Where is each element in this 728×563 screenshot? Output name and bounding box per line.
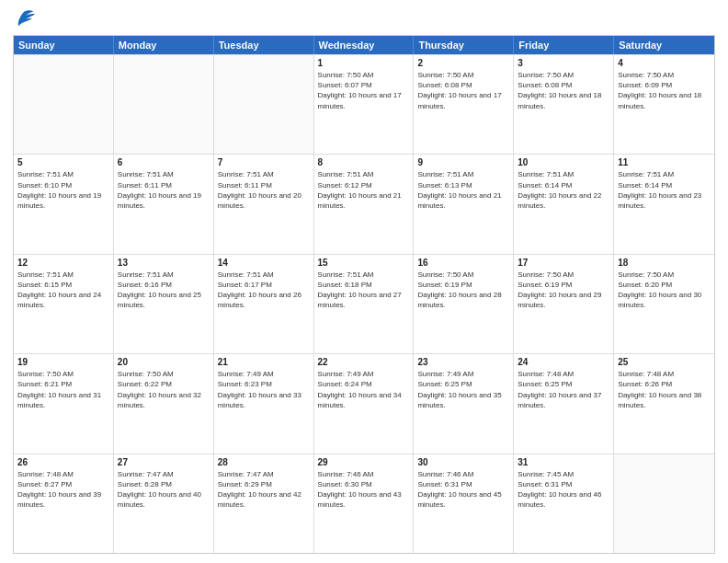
- day-number: 25: [618, 357, 711, 367]
- day-info: Sunrise: 7:50 AM Sunset: 6:07 PM Dayligh…: [318, 70, 410, 111]
- day-number: 3: [518, 58, 609, 68]
- day-info: Sunrise: 7:51 AM Sunset: 6:18 PM Dayligh…: [318, 270, 410, 311]
- day-info: Sunrise: 7:48 AM Sunset: 6:27 PM Dayligh…: [17, 469, 109, 511]
- calendar-cell: 1Sunrise: 7:50 AM Sunset: 6:07 PM Daylig…: [314, 55, 415, 154]
- calendar-cell: 15Sunrise: 7:51 AM Sunset: 6:18 PM Dayli…: [314, 255, 415, 353]
- day-number: 8: [318, 157, 410, 167]
- calendar-header-row: SundayMondayTuesdayWednesdayThursdayFrid…: [14, 36, 714, 54]
- calendar-header-cell: Tuesday: [214, 36, 314, 54]
- day-info: Sunrise: 7:50 AM Sunset: 6:19 PM Dayligh…: [417, 270, 509, 311]
- calendar-cell: 24Sunrise: 7:48 AM Sunset: 6:25 PM Dayli…: [514, 354, 614, 453]
- day-info: Sunrise: 7:50 AM Sunset: 6:22 PM Dayligh…: [118, 369, 210, 410]
- day-info: Sunrise: 7:50 AM Sunset: 6:19 PM Dayligh…: [518, 270, 609, 311]
- day-number: 12: [17, 258, 109, 268]
- calendar-week-row: 12Sunrise: 7:51 AM Sunset: 6:15 PM Dayli…: [14, 254, 714, 353]
- day-info: Sunrise: 7:50 AM Sunset: 6:08 PM Dayligh…: [518, 70, 609, 111]
- day-info: Sunrise: 7:48 AM Sunset: 6:26 PM Dayligh…: [618, 369, 711, 410]
- day-info: Sunrise: 7:49 AM Sunset: 6:24 PM Dayligh…: [318, 369, 410, 410]
- logo-bird-icon: [13, 9, 35, 29]
- day-number: 7: [218, 157, 310, 167]
- calendar: SundayMondayTuesdayWednesdayThursdayFrid…: [13, 35, 715, 554]
- calendar-cell: 29Sunrise: 7:46 AM Sunset: 6:30 PM Dayli…: [314, 454, 415, 553]
- day-number: 6: [118, 157, 210, 167]
- calendar-cell: 12Sunrise: 7:51 AM Sunset: 6:15 PM Dayli…: [14, 255, 114, 353]
- calendar-cell: 19Sunrise: 7:50 AM Sunset: 6:21 PM Dayli…: [14, 354, 114, 453]
- calendar-body: 1Sunrise: 7:50 AM Sunset: 6:07 PM Daylig…: [14, 54, 714, 553]
- day-info: Sunrise: 7:51 AM Sunset: 6:10 PM Dayligh…: [17, 169, 109, 211]
- calendar-cell: 31Sunrise: 7:45 AM Sunset: 6:31 PM Dayli…: [514, 454, 614, 553]
- calendar-cell: [214, 55, 314, 154]
- calendar-cell: 6Sunrise: 7:51 AM Sunset: 6:11 PM Daylig…: [114, 155, 214, 253]
- calendar-cell: 27Sunrise: 7:47 AM Sunset: 6:28 PM Dayli…: [114, 454, 214, 553]
- calendar-week-row: 26Sunrise: 7:48 AM Sunset: 6:27 PM Dayli…: [14, 454, 714, 553]
- calendar-cell: 11Sunrise: 7:51 AM Sunset: 6:14 PM Dayli…: [614, 155, 714, 253]
- calendar-header-cell: Thursday: [414, 36, 514, 54]
- day-info: Sunrise: 7:49 AM Sunset: 6:23 PM Dayligh…: [218, 369, 310, 410]
- calendar-cell: 9Sunrise: 7:51 AM Sunset: 6:13 PM Daylig…: [414, 155, 514, 253]
- day-number: 30: [417, 457, 509, 467]
- day-number: 16: [417, 258, 509, 268]
- day-number: 11: [618, 157, 711, 167]
- calendar-week-row: 5Sunrise: 7:51 AM Sunset: 6:10 PM Daylig…: [14, 154, 714, 253]
- day-number: 27: [118, 457, 210, 467]
- calendar-cell: 17Sunrise: 7:50 AM Sunset: 6:19 PM Dayli…: [514, 255, 614, 353]
- day-info: Sunrise: 7:48 AM Sunset: 6:25 PM Dayligh…: [518, 369, 609, 410]
- day-info: Sunrise: 7:51 AM Sunset: 6:15 PM Dayligh…: [17, 270, 109, 311]
- day-info: Sunrise: 7:50 AM Sunset: 6:20 PM Dayligh…: [618, 270, 711, 311]
- day-info: Sunrise: 7:47 AM Sunset: 6:28 PM Dayligh…: [118, 469, 210, 511]
- day-number: 22: [318, 357, 410, 367]
- day-number: 24: [518, 357, 609, 367]
- day-number: 20: [118, 357, 210, 367]
- calendar-cell: 14Sunrise: 7:51 AM Sunset: 6:17 PM Dayli…: [214, 255, 314, 353]
- calendar-cell: 18Sunrise: 7:50 AM Sunset: 6:20 PM Dayli…: [614, 255, 714, 353]
- calendar-cell: 28Sunrise: 7:47 AM Sunset: 6:29 PM Dayli…: [214, 454, 314, 553]
- calendar-week-row: 1Sunrise: 7:50 AM Sunset: 6:07 PM Daylig…: [14, 54, 714, 154]
- calendar-header-cell: Monday: [114, 36, 214, 54]
- day-number: 31: [518, 457, 609, 467]
- logo: [13, 9, 39, 29]
- day-number: 9: [417, 157, 509, 167]
- day-number: 23: [417, 357, 509, 367]
- day-number: 13: [118, 258, 210, 268]
- calendar-cell: 13Sunrise: 7:51 AM Sunset: 6:16 PM Dayli…: [114, 255, 214, 353]
- calendar-cell: [114, 55, 214, 154]
- calendar-cell: 16Sunrise: 7:50 AM Sunset: 6:19 PM Dayli…: [414, 255, 514, 353]
- day-number: 29: [318, 457, 410, 467]
- calendar-cell: 3Sunrise: 7:50 AM Sunset: 6:08 PM Daylig…: [514, 55, 614, 154]
- calendar-cell: 4Sunrise: 7:50 AM Sunset: 6:09 PM Daylig…: [614, 55, 714, 154]
- day-info: Sunrise: 7:46 AM Sunset: 6:30 PM Dayligh…: [318, 469, 410, 511]
- day-number: 26: [17, 457, 109, 467]
- header: [13, 9, 715, 29]
- day-number: 2: [417, 58, 509, 68]
- day-info: Sunrise: 7:51 AM Sunset: 6:12 PM Dayligh…: [318, 169, 410, 211]
- day-info: Sunrise: 7:51 AM Sunset: 6:14 PM Dayligh…: [518, 169, 609, 211]
- day-number: 21: [218, 357, 310, 367]
- calendar-cell: 10Sunrise: 7:51 AM Sunset: 6:14 PM Dayli…: [514, 155, 614, 253]
- day-info: Sunrise: 7:49 AM Sunset: 6:25 PM Dayligh…: [417, 369, 509, 410]
- page: SundayMondayTuesdayWednesdayThursdayFrid…: [0, 0, 728, 563]
- calendar-cell: 23Sunrise: 7:49 AM Sunset: 6:25 PM Dayli…: [414, 354, 514, 453]
- day-info: Sunrise: 7:51 AM Sunset: 6:16 PM Dayligh…: [118, 270, 210, 311]
- day-info: Sunrise: 7:50 AM Sunset: 6:08 PM Dayligh…: [417, 70, 509, 111]
- day-info: Sunrise: 7:51 AM Sunset: 6:11 PM Dayligh…: [218, 169, 310, 211]
- day-number: 18: [618, 258, 711, 268]
- day-number: 5: [17, 157, 109, 167]
- day-number: 10: [518, 157, 609, 167]
- calendar-header-cell: Wednesday: [314, 36, 415, 54]
- calendar-cell: 5Sunrise: 7:51 AM Sunset: 6:10 PM Daylig…: [14, 155, 114, 253]
- calendar-cell: 8Sunrise: 7:51 AM Sunset: 6:12 PM Daylig…: [314, 155, 415, 253]
- day-info: Sunrise: 7:51 AM Sunset: 6:11 PM Dayligh…: [118, 169, 210, 211]
- day-number: 19: [17, 357, 109, 367]
- day-number: 4: [618, 58, 711, 68]
- day-info: Sunrise: 7:51 AM Sunset: 6:14 PM Dayligh…: [618, 169, 711, 211]
- day-info: Sunrise: 7:47 AM Sunset: 6:29 PM Dayligh…: [218, 469, 310, 511]
- calendar-cell: [614, 454, 714, 553]
- day-info: Sunrise: 7:51 AM Sunset: 6:13 PM Dayligh…: [417, 169, 509, 211]
- calendar-header-cell: Sunday: [14, 36, 114, 54]
- day-info: Sunrise: 7:45 AM Sunset: 6:31 PM Dayligh…: [518, 469, 609, 511]
- day-number: 1: [318, 58, 410, 68]
- calendar-week-row: 19Sunrise: 7:50 AM Sunset: 6:21 PM Dayli…: [14, 353, 714, 453]
- day-info: Sunrise: 7:51 AM Sunset: 6:17 PM Dayligh…: [218, 270, 310, 311]
- calendar-cell: 2Sunrise: 7:50 AM Sunset: 6:08 PM Daylig…: [414, 55, 514, 154]
- day-info: Sunrise: 7:50 AM Sunset: 6:09 PM Dayligh…: [618, 70, 711, 111]
